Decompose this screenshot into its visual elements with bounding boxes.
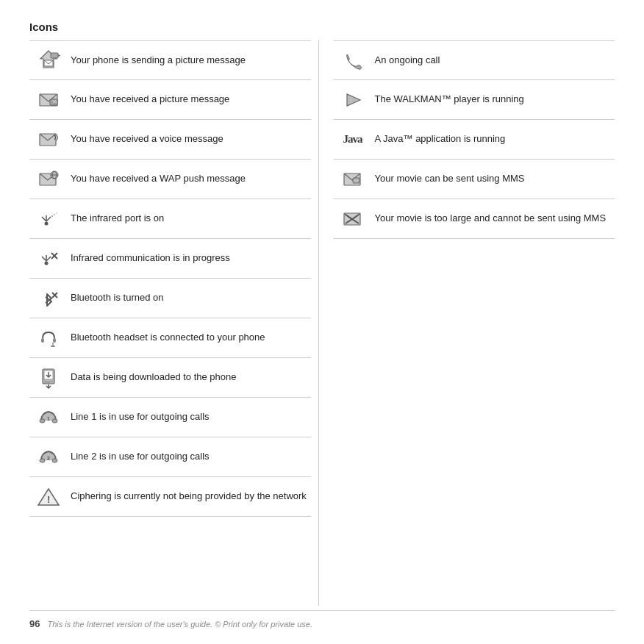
svg-rect-50 bbox=[353, 182, 354, 183]
svg-rect-27 bbox=[41, 338, 44, 343]
row-text: Infrared communication is in progress bbox=[66, 251, 310, 265]
list-item: Bluetooth headset is connected to your p… bbox=[29, 318, 311, 358]
row-text: Your movie can be sent using MMS bbox=[371, 172, 614, 185]
walkman-icon bbox=[335, 88, 371, 112]
svg-line-21 bbox=[42, 257, 46, 261]
list-item: Your movie can be sent using MMS bbox=[334, 160, 615, 199]
svg-rect-37 bbox=[40, 419, 45, 423]
envelope-receive-icon bbox=[31, 88, 66, 112]
infrared-progress-icon bbox=[31, 247, 66, 271]
right-column: An ongoing call The WALKMAN™ player is r… bbox=[326, 40, 615, 606]
row-text: You have received a picture message bbox=[66, 93, 310, 106]
row-text: Data is being downloaded to the phone bbox=[66, 371, 310, 384]
line1-call-icon: 1 bbox=[31, 406, 66, 429]
list-item: Infrared communication is in progress bbox=[29, 239, 311, 279]
list-item: You have received a WAP push message bbox=[29, 160, 311, 199]
svg-point-17 bbox=[54, 214, 55, 215]
data-download-icon bbox=[31, 366, 66, 390]
svg-marker-2 bbox=[58, 54, 60, 57]
svg-rect-41 bbox=[52, 459, 57, 462]
page: Icons Your phone is s bbox=[0, 0, 644, 644]
page-number: 96 bbox=[29, 618, 40, 629]
house-mms-send-icon bbox=[31, 49, 66, 72]
svg-line-14 bbox=[42, 217, 46, 221]
svg-point-6 bbox=[51, 100, 53, 101]
svg-rect-48 bbox=[353, 178, 354, 179]
footer: 96 This is the Internet version of the u… bbox=[29, 610, 615, 629]
row-text: Your movie is too large and cannot be se… bbox=[371, 212, 614, 225]
list-item: 1 Line 1 is in use for outgoing calls bbox=[29, 398, 311, 437]
list-item: Java A Java™ application is running bbox=[334, 120, 615, 160]
bluetooth-on-icon bbox=[31, 287, 66, 310]
row-text: Bluetooth is turned on bbox=[66, 291, 310, 304]
envelope-voice-icon bbox=[31, 128, 66, 151]
list-item: You have received a picture message bbox=[29, 80, 311, 120]
row-text: You have received a voice message bbox=[66, 132, 310, 146]
list-item: The infrared port is on bbox=[29, 199, 311, 239]
list-item: 2 Line 2 is in use for outgoing calls bbox=[29, 437, 311, 477]
row-text: Line 2 is in use for outgoing calls bbox=[66, 450, 310, 463]
list-item: An ongoing call bbox=[334, 40, 615, 80]
svg-line-22 bbox=[46, 257, 51, 261]
movie-mms-ok-icon bbox=[335, 168, 371, 191]
row-text: An ongoing call bbox=[371, 54, 614, 67]
envelope-wap-icon bbox=[31, 168, 66, 191]
list-item: Your phone is sending a picture message bbox=[29, 40, 311, 80]
cipher-warning-icon: ! bbox=[31, 485, 66, 509]
svg-rect-40 bbox=[40, 459, 45, 462]
svg-marker-45 bbox=[347, 94, 360, 106]
footer-note: This is the Internet version of the user… bbox=[47, 620, 312, 629]
svg-line-15 bbox=[46, 217, 51, 221]
svg-point-12 bbox=[45, 221, 49, 225]
list-item: Bluetooth is turned on bbox=[29, 279, 311, 318]
list-item: Your movie is too large and cannot be se… bbox=[334, 199, 615, 239]
svg-text:1: 1 bbox=[47, 416, 50, 421]
list-item: You have received a voice message bbox=[29, 120, 311, 160]
row-text: Bluetooth headset is connected to your p… bbox=[66, 331, 310, 344]
page-title: Icons bbox=[29, 21, 615, 33]
ongoing-call-icon bbox=[335, 49, 371, 72]
line2-call-icon: 2 bbox=[31, 446, 66, 469]
columns: Your phone is sending a picture message … bbox=[29, 40, 615, 606]
row-text: Ciphering is currently not being provide… bbox=[66, 490, 310, 503]
row-text: The WALKMAN™ player is running bbox=[371, 93, 614, 106]
svg-point-19 bbox=[45, 261, 49, 265]
infrared-on-icon bbox=[31, 207, 66, 231]
row-text: The infrared port is on bbox=[66, 212, 310, 225]
row-text: You have received a WAP push message bbox=[66, 172, 310, 185]
svg-text:2: 2 bbox=[47, 456, 50, 461]
left-column: Your phone is sending a picture message … bbox=[29, 40, 319, 606]
java-text: Java bbox=[343, 133, 362, 146]
svg-rect-30 bbox=[51, 346, 55, 347]
svg-rect-1 bbox=[51, 53, 58, 58]
row-text: A Java™ application is running bbox=[371, 132, 614, 146]
row-text: Your phone is sending a picture message bbox=[66, 54, 310, 67]
svg-text:!: ! bbox=[47, 494, 50, 505]
list-item: The WALKMAN™ player is running bbox=[334, 80, 615, 120]
svg-point-18 bbox=[56, 212, 57, 214]
movie-mms-large-icon bbox=[335, 207, 371, 231]
row-text: Line 1 is in use for outgoing calls bbox=[66, 410, 310, 423]
list-item: ! Ciphering is currently not being provi… bbox=[29, 477, 311, 517]
java-icon: Java bbox=[335, 133, 371, 146]
svg-rect-51 bbox=[358, 182, 359, 183]
svg-rect-49 bbox=[358, 178, 359, 179]
svg-rect-38 bbox=[52, 419, 57, 423]
list-item: Data is being downloaded to the phone bbox=[29, 358, 311, 398]
svg-rect-28 bbox=[53, 338, 56, 343]
bluetooth-headset-icon bbox=[31, 326, 66, 350]
svg-point-16 bbox=[51, 215, 53, 217]
